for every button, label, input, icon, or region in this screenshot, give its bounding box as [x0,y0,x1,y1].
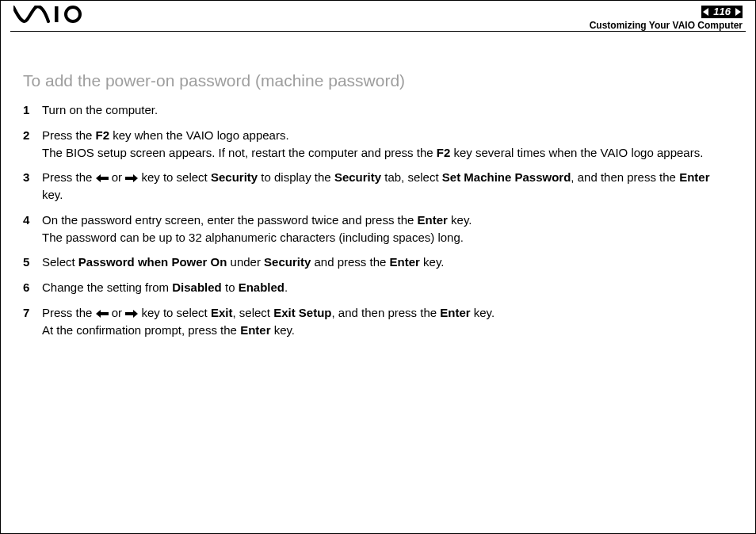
step-number: 1 [23,101,42,119]
step-4: 4 On the password entry screen, enter th… [23,212,733,246]
step-2: 2 Press the F2 key when the VAIO logo ap… [23,127,733,162]
key-enter: Enter [418,213,448,227]
page: 116 Customizing Your VAIO Computer To ad… [0,0,756,534]
key-enter: Enter [390,255,420,269]
page-number: 116 [713,6,731,18]
arrow-right-icon [125,174,138,182]
value-disabled: Disabled [172,280,222,294]
step-5: 5 Select Password when Power On under Se… [23,254,733,271]
step-text: Press the F2 key when the VAIO logo appe… [42,127,733,162]
vaio-logo [13,6,90,23]
step-number: 5 [23,254,42,271]
arrow-left-icon [96,174,109,182]
step-7: 7 Press the or key to select Exit, selec… [23,304,733,339]
key-enter: Enter [240,323,270,337]
step-number: 4 [23,212,42,229]
step-text: Press the or key to select Security to d… [42,169,733,204]
page-number-chip[interactable]: 116 [701,6,743,18]
key-enter: Enter [440,306,470,319]
steps-list: 1 Turn on the computer. 2 Press the F2 k… [23,101,733,338]
section-title: Customizing Your VAIO Computer [590,20,743,31]
arrow-right-icon [125,310,138,318]
key-f2: F2 [96,128,110,142]
value-enabled: Enabled [239,280,284,294]
content: To add the power-on password (machine pa… [1,32,755,338]
step-number: 2 [23,127,42,144]
svg-rect-0 [55,6,59,22]
option-exit: Exit [211,306,233,319]
step-3: 3 Press the or key to select Security to… [23,169,733,204]
tab-security: Security [264,255,311,269]
step-1: 1 Turn on the computer. [23,101,733,119]
step-text: Turn on the computer. [42,101,733,119]
next-page-icon[interactable] [735,8,741,16]
step-number: 3 [23,169,42,186]
step-text: Select Password when Power On under Secu… [42,254,733,271]
key-f2: F2 [437,146,451,159]
prev-page-icon[interactable] [703,8,708,16]
vaio-logo-icon [13,6,90,23]
tab-security: Security [334,170,381,184]
header: 116 Customizing Your VAIO Computer [1,1,755,31]
step-text: Press the or key to select Exit, select … [42,304,733,339]
step-number: 6 [23,279,42,296]
step-6: 6 Change the setting from Disabled to En… [23,279,733,296]
svg-point-1 [66,7,80,21]
option-exit-setup: Exit Setup [273,306,331,319]
page-title: To add the power-on password (machine pa… [23,71,733,90]
key-security: Security [211,170,258,184]
arrow-left-icon [96,310,109,318]
option-set-machine-password: Set Machine Password [442,170,571,184]
step-text: On the password entry screen, enter the … [42,212,733,246]
step-number: 7 [23,304,42,322]
header-right: 116 Customizing Your VAIO Computer [590,6,743,31]
option-password-when-power-on: Password when Power On [78,255,227,269]
key-enter: Enter [679,170,709,184]
step-text: Change the setting from Disabled to Enab… [42,279,733,296]
